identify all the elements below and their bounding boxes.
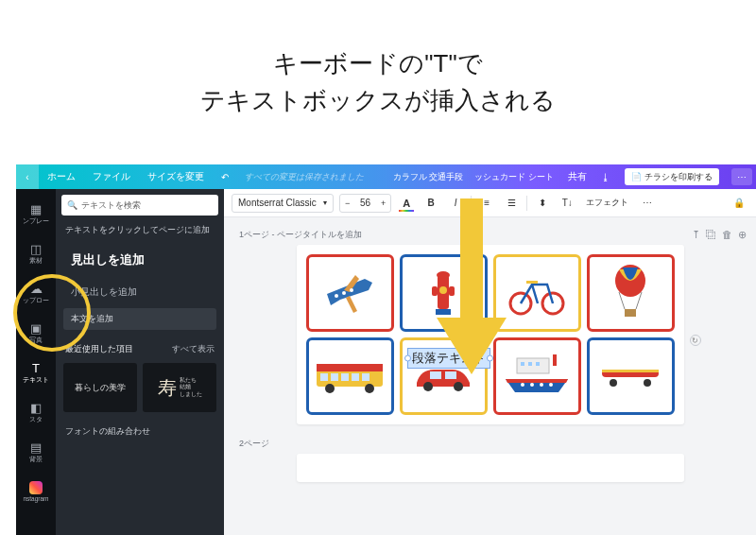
text-color-button[interactable]: A	[397, 194, 416, 213]
rail-text[interactable]: Tテキスト	[16, 354, 56, 391]
text-template-2[interactable]: 寿私たち 結婚 しました	[143, 363, 216, 412]
list-button[interactable]: ☰	[502, 194, 521, 213]
svg-point-30	[423, 382, 433, 391]
font-combos-label: フォントの組み合わせ	[56, 416, 224, 441]
align-button[interactable]: ≡	[477, 194, 496, 213]
add-page-icon[interactable]: ⊕	[738, 229, 747, 241]
inserted-text-box[interactable]: 段落テキスト	[408, 349, 490, 368]
back-button[interactable]: ‹	[16, 164, 39, 189]
page-up-icon[interactable]: ⤒	[692, 229, 700, 241]
duplicate-page-icon[interactable]: ⿻	[706, 229, 716, 241]
delete-page-icon[interactable]: 🗑	[722, 229, 732, 241]
document-title[interactable]: カラフル 交通手段	[387, 171, 470, 183]
instruction-text: キーボードの"T"で テキストボックスが挿入される	[0, 45, 756, 119]
recent-label: 最近使用した項目	[65, 343, 133, 355]
svg-rect-9	[449, 286, 455, 296]
background-icon: ▤	[28, 440, 43, 455]
share-button[interactable]: 共有	[559, 164, 595, 189]
document-title-suffix: ッシュカード シート	[469, 171, 559, 183]
svg-rect-21	[320, 373, 328, 381]
instagram-icon	[29, 481, 43, 494]
print-icon: 📄	[631, 172, 642, 181]
rail-templates[interactable]: ▦ンプレー	[16, 195, 56, 233]
svg-point-5	[350, 288, 353, 292]
svg-rect-18	[625, 309, 636, 317]
add-subheading[interactable]: 小見出しを追加	[63, 280, 216, 304]
side-rail: ▦ンプレー ◫素材 ☁ップロー ▣写真 Tテキスト ◧スタ ▤背景 nstagr…	[16, 189, 56, 535]
lock-button[interactable]: 🔒	[730, 194, 748, 213]
svg-rect-25	[362, 373, 369, 381]
svg-point-3	[335, 294, 338, 298]
format-toolbar: Montserrat Classic▾ − 56 + A B I ≡ ☰ ⬍ T…	[224, 189, 756, 217]
svg-rect-36	[553, 354, 557, 366]
card-bicycle[interactable]	[493, 254, 581, 332]
more-format-button[interactable]: ⋯	[638, 194, 657, 213]
file-menu[interactable]: ファイル	[84, 164, 139, 189]
photos-icon: ▣	[28, 320, 43, 336]
spacing-button[interactable]: ⬍	[533, 194, 552, 213]
rail-styles[interactable]: ◧スタ	[16, 393, 56, 431]
uploads-icon: ☁	[28, 281, 43, 296]
text-template-1[interactable]: 暮らしの美学	[63, 363, 137, 412]
page-2[interactable]	[297, 454, 684, 482]
svg-point-11	[439, 286, 447, 294]
rail-instagram[interactable]: nstagram	[16, 473, 56, 510]
styles-icon: ◧	[28, 400, 43, 415]
svg-point-37	[521, 383, 524, 387]
svg-point-43	[610, 379, 617, 387]
svg-rect-29	[445, 371, 456, 379]
undo-button[interactable]: ↶	[213, 164, 237, 189]
elements-icon: ◫	[28, 241, 43, 256]
search-input[interactable]: 🔍 テキストを検索	[61, 195, 218, 216]
app-window: ‹ ホーム ファイル サイズを変更 ↶ すべての変更は保存されました カラフル …	[16, 164, 756, 535]
font-size-selector[interactable]: − 56 +	[339, 194, 391, 213]
svg-rect-24	[352, 373, 359, 381]
card-ship[interactable]	[493, 337, 581, 415]
svg-rect-33	[521, 362, 524, 366]
vertical-text-button[interactable]: T↓	[558, 194, 576, 213]
canvas-scroll[interactable]: 1ページ - ページタイトルを追加 ⤒ ⿻ 🗑 ⊕	[224, 217, 756, 535]
reset-rotation-handle[interactable]: ↻	[690, 335, 701, 346]
rail-background[interactable]: ▤背景	[16, 433, 56, 471]
card-skateboard[interactable]	[587, 337, 675, 415]
page-1[interactable]: 段落テキスト ↻	[297, 245, 684, 424]
svg-rect-28	[430, 371, 441, 379]
svg-point-4	[342, 291, 346, 295]
svg-rect-22	[331, 373, 338, 381]
search-icon: 🔍	[67, 200, 77, 210]
resize-button[interactable]: サイズを変更	[139, 164, 213, 189]
svg-point-44	[644, 379, 651, 387]
card-bus[interactable]	[306, 337, 394, 415]
svg-marker-2	[346, 296, 357, 313]
effects-button[interactable]: エフェクト	[582, 197, 632, 209]
svg-point-27	[365, 384, 374, 393]
chevron-down-icon: ▾	[323, 198, 327, 207]
card-balloon[interactable]	[587, 254, 675, 332]
font-selector[interactable]: Montserrat Classic▾	[232, 194, 334, 213]
italic-button[interactable]: I	[446, 194, 465, 213]
text-icon: T	[28, 360, 43, 375]
svg-rect-7	[436, 309, 451, 315]
add-body-text[interactable]: 本文を追加	[63, 308, 216, 330]
rail-elements[interactable]: ◫素材	[16, 234, 56, 272]
svg-point-40	[549, 383, 553, 387]
more-menu[interactable]: ⋯	[731, 168, 752, 185]
card-hydrant[interactable]	[400, 254, 488, 332]
add-heading[interactable]: 見出しを追加	[63, 244, 216, 276]
top-bar: ‹ ホーム ファイル サイズを変更 ↶ すべての変更は保存されました カラフル …	[16, 164, 756, 189]
home-button[interactable]: ホーム	[39, 164, 84, 189]
svg-rect-35	[536, 362, 540, 366]
bold-button[interactable]: B	[421, 194, 440, 213]
rail-photos[interactable]: ▣写真	[16, 314, 56, 352]
text-panel: 🔍 テキストを検索 テキストをクリックしてページに追加 見出しを追加 小見出しを…	[56, 189, 224, 535]
rail-uploads[interactable]: ☁ップロー	[16, 274, 56, 312]
svg-rect-42	[602, 370, 659, 372]
svg-point-38	[530, 383, 534, 387]
svg-point-10	[437, 271, 450, 279]
print-button-wrap[interactable]: 📄チラシを印刷する	[616, 164, 728, 189]
download-button[interactable]: ⭳	[595, 172, 616, 182]
card-airplane[interactable]	[306, 254, 394, 332]
view-all-link[interactable]: すべて表示	[172, 344, 215, 355]
svg-point-26	[325, 384, 335, 393]
search-placeholder: テキストを検索	[81, 199, 141, 212]
